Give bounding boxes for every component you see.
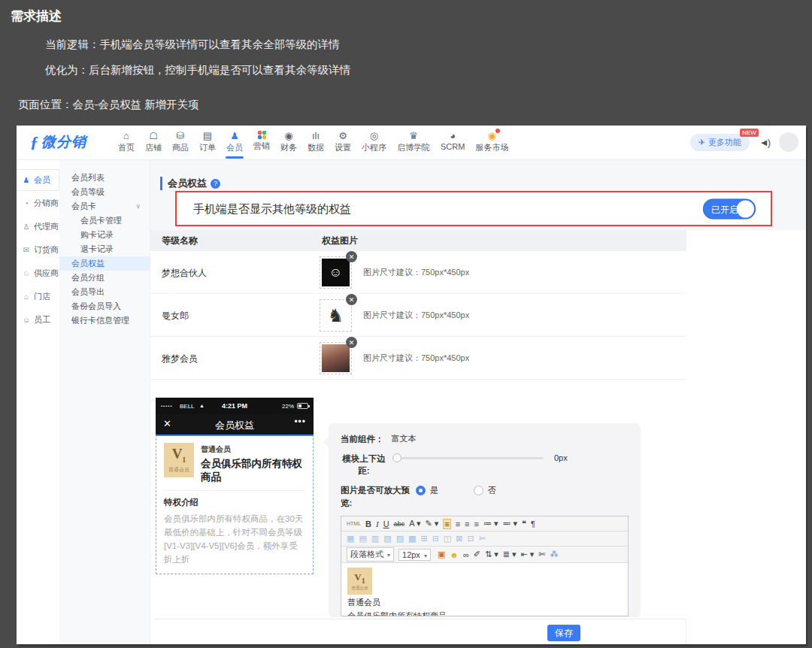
toolbar-icon[interactable]: ☻: [450, 550, 459, 559]
top-nav-item[interactable]: ⌂ 首页: [113, 128, 140, 156]
radio-yes-label: 是: [430, 485, 439, 496]
table-tool-icon[interactable]: ▨: [396, 534, 404, 544]
toolbar-icon[interactable]: ⇅ ▾: [485, 550, 498, 559]
top-nav-item[interactable]: ☖ 店铺: [140, 128, 167, 156]
toolbar-icon[interactable]: ¶: [531, 519, 535, 528]
top-nav-item[interactable]: ♟ 会员: [221, 128, 248, 156]
top-nav-item[interactable]: ◎ 小程序: [356, 128, 392, 156]
current-component-row: 当前组件： 富文本: [341, 433, 629, 446]
table-tool-icon[interactable]: ✄: [479, 534, 486, 544]
paragraph-format-dropdown[interactable]: 段落格式: [347, 547, 394, 562]
toolbar-icon[interactable]: abc: [394, 520, 405, 528]
other-levels-toggle[interactable]: 已开启: [703, 198, 756, 219]
ellipsis-menu-icon[interactable]: •••: [294, 416, 306, 427]
toolbar-icon[interactable]: ▣: [438, 550, 445, 559]
nav-item-label: 营销: [253, 141, 270, 152]
table-tool-icon[interactable]: ⊡: [468, 534, 474, 544]
editor-content[interactable]: V1 普通会员 普通会员 会员俱乐部内所有特权商品 特权介绍: [341, 563, 628, 616]
toolbar-icon[interactable]: ✐: [474, 550, 480, 559]
richtext-component-preview[interactable]: V1 普通会员 普通会员 会员俱乐部内所有特权商品 特权介绍 会员俱乐部内所有特…: [156, 435, 314, 574]
slider-knob[interactable]: [392, 453, 401, 462]
toolbar-icon[interactable]: I: [376, 519, 379, 528]
primary-sidebar-item[interactable]: ♟ 会员: [17, 169, 59, 191]
remove-image-icon[interactable]: ✕: [346, 294, 357, 305]
table-tool-icon[interactable]: ⊟: [432, 534, 439, 544]
toolbar-icon[interactable]: ≕ ▾: [503, 519, 518, 528]
nav-item-label: 会员: [226, 142, 243, 153]
table-tool-icon[interactable]: ▤: [359, 534, 366, 544]
toolbar-icon[interactable]: ❝: [522, 519, 526, 528]
toolbar-icon[interactable]: ≔ ▾: [483, 519, 498, 528]
table-tool-icon[interactable]: ⊞: [420, 534, 427, 544]
secondary-sidebar-item[interactable]: 会员卡 ∨: [59, 199, 150, 213]
toolbar-icon[interactable]: B: [365, 519, 371, 528]
top-nav-item[interactable]: 营销: [248, 128, 275, 156]
benefit-image[interactable]: ♞ ✕: [320, 299, 352, 332]
user-avatar[interactable]: [779, 132, 798, 152]
toolbar-icon[interactable]: ≡: [443, 519, 450, 529]
primary-sidebar-item[interactable]: ✉ 订货商: [17, 239, 59, 261]
toolbar-icon[interactable]: HTML: [347, 521, 361, 526]
toolbar-icon[interactable]: ✎ ▾: [425, 519, 438, 528]
close-icon[interactable]: ✕: [163, 418, 171, 429]
remove-image-icon[interactable]: ✕: [346, 337, 357, 348]
editor-toolbar-row1: HTMLBIUabcA ▾✎ ▾≡≡≡≡≔ ▾≕ ▾❝¶: [341, 516, 628, 531]
secondary-sidebar-item[interactable]: 会员卡管理: [59, 213, 150, 228]
nav-item-icon: [257, 130, 267, 140]
primary-sidebar-item[interactable]: ☺ 员工: [17, 309, 59, 331]
announcement-speaker-icon[interactable]: ◄): [759, 137, 769, 148]
sidebar-item-icon: ♘: [22, 268, 31, 279]
top-nav-item[interactable]: ▤ 订单: [194, 128, 221, 156]
primary-sidebar-item[interactable]: ♙ 代理商: [17, 216, 59, 238]
table-tool-icon[interactable]: ▩: [408, 534, 416, 544]
secondary-sidebar-item[interactable]: 退卡记录: [59, 242, 150, 256]
table-tool-icon[interactable]: ▧: [383, 534, 391, 544]
toolbar-icon[interactable]: ≣ ▾: [503, 550, 517, 559]
toolbar-icon[interactable]: ✄: [538, 550, 545, 559]
remove-image-icon[interactable]: ✕: [346, 251, 357, 262]
secondary-sidebar-item[interactable]: 备份会员导入: [59, 299, 150, 313]
secondary-sidebar-item[interactable]: 会员导出: [59, 285, 150, 299]
secondary-sidebar-item[interactable]: 会员分组: [59, 271, 150, 285]
top-nav-item[interactable]: ⚙ 设置: [329, 128, 356, 156]
toolbar-icon[interactable]: ⁂: [550, 550, 559, 559]
toolbar-icon[interactable]: ⇤ ▾: [521, 550, 535, 559]
font-size-dropdown[interactable]: 12px: [398, 549, 431, 561]
radio-yes[interactable]: [416, 486, 426, 495]
secondary-sidebar-item[interactable]: 会员列表: [59, 171, 150, 185]
toolbar-icon[interactable]: ∞: [463, 550, 469, 559]
help-icon[interactable]: ?: [211, 179, 220, 189]
margin-slider[interactable]: [393, 457, 544, 459]
table-tool-icon[interactable]: ▦: [347, 534, 354, 544]
sidebar-item-icon: ◔: [22, 198, 31, 209]
table-tool-icon[interactable]: ▥: [371, 534, 379, 544]
toolbar-icon[interactable]: ≡: [465, 519, 469, 528]
toolbar-icon[interactable]: ≡: [456, 519, 460, 528]
module-margin-label: 模块上下边距:: [341, 453, 387, 477]
sidebar-item-label: 订货商: [34, 244, 59, 256]
primary-sidebar-item[interactable]: ♘ 供应商: [17, 262, 59, 284]
secondary-sidebar-item[interactable]: 购卡记录: [59, 228, 150, 242]
top-nav-item[interactable]: ılı 数据: [302, 128, 329, 156]
top-nav-item[interactable]: ◉ 服务市场: [470, 128, 514, 156]
primary-sidebar-item[interactable]: ⌂ 门店: [17, 286, 59, 307]
table-tool-icon[interactable]: ◫: [444, 534, 451, 544]
rocket-icon: ✈: [698, 138, 705, 147]
toolbar-icon[interactable]: ≡: [474, 519, 479, 528]
toolbar-icon[interactable]: U: [383, 519, 389, 528]
top-nav-item[interactable]: ⛁ 商品: [167, 128, 194, 156]
app-logo[interactable]: ƒ 微分销: [30, 132, 86, 152]
top-nav-item[interactable]: ♛ 启博学院: [392, 128, 435, 156]
toolbar-icon[interactable]: A ▾: [409, 519, 420, 528]
secondary-sidebar-item[interactable]: 会员等级: [59, 185, 150, 199]
secondary-sidebar-item[interactable]: 银行卡信息管理: [59, 313, 150, 328]
save-button[interactable]: 保存: [547, 625, 580, 641]
secondary-sidebar-item[interactable]: 会员权益: [59, 256, 150, 271]
primary-sidebar-item[interactable]: ◔ 分销商: [17, 192, 59, 214]
benefit-image[interactable]: ✕: [320, 342, 352, 374]
top-nav-item[interactable]: ◕ SCRM: [435, 128, 470, 156]
radio-no[interactable]: [474, 486, 483, 495]
table-tool-icon[interactable]: ⊠: [456, 534, 462, 544]
top-nav-item[interactable]: ◉ 财务: [275, 128, 302, 156]
benefit-image[interactable]: ☺ ✕: [320, 256, 352, 289]
